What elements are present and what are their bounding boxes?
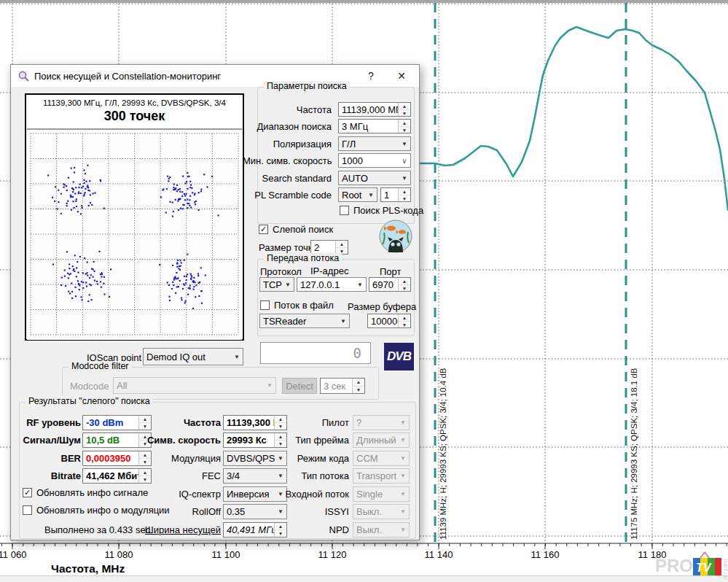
status-strip xyxy=(0,576,728,582)
modcode-group-label: Modcode filter xyxy=(69,361,132,371)
dot-size-value: 2 xyxy=(311,241,335,254)
spinner-buttons[interactable]: ▲▼ xyxy=(398,103,410,116)
issyi-value: Выкл. xyxy=(353,505,397,519)
frequency-value: 11139,000 МГц xyxy=(339,103,398,116)
chevron-down-icon: ▼ xyxy=(399,137,410,150)
protocol-label: Протокол xyxy=(260,266,302,277)
stream-to-file-checkbox[interactable]: Поток в файл xyxy=(260,300,334,311)
spinner-buttons[interactable]: ▲▼ xyxy=(398,188,410,201)
search-params-group-label: Параметры поиска xyxy=(264,81,350,91)
frequency-spinner[interactable]: 11139,000 МГц ▲▼ xyxy=(338,102,411,117)
logo-site-text: INET.UA xyxy=(722,559,728,579)
issyi-dropdown: Выкл. ▼ xyxy=(353,504,410,519)
polarization-label: Поляризация xyxy=(251,139,332,150)
pilot-label: Пилот xyxy=(259,417,349,428)
port-label: Порт xyxy=(380,266,401,277)
code-mode-label: Режим кода xyxy=(259,453,349,464)
dot-size-label: Размер точки xyxy=(259,242,318,253)
result-frequency-label: Частота xyxy=(133,417,221,428)
constellation-display: 11139,300 МГц, Г/Л, 29993 Кс, DVBS/QPSK,… xyxy=(25,93,244,341)
pls-search-checkbox[interactable]: Поиск PLS-кода xyxy=(340,205,423,216)
stream-type-dropdown: Transport ▼ xyxy=(353,468,410,484)
ber-label: BER xyxy=(15,453,81,464)
input-stream-dropdown: Single ▼ xyxy=(353,486,410,502)
spinner-buttons[interactable]: ▲▼ xyxy=(398,278,410,291)
search-range-label: Диапазон поиска xyxy=(251,121,332,132)
pls-search-label: Поиск PLS-кода xyxy=(353,205,423,216)
x-tick-label: 11 140 xyxy=(417,549,461,560)
constellation-points-count: 300 точек xyxy=(26,109,243,124)
x-tick-label: 11 120 xyxy=(310,549,354,560)
stream-group-label: Передача потока xyxy=(264,253,342,263)
blind-search-label: Слепой поиск xyxy=(273,224,333,235)
chevron-down-icon: ▼ xyxy=(399,171,410,185)
detect-interval-spinner: 3 сек ▲▼ xyxy=(320,378,365,394)
issyi-label: ISSYI xyxy=(259,506,349,517)
constellation-plot xyxy=(27,128,242,340)
chevron-down-icon: ▼ xyxy=(397,487,409,501)
chevron-down-icon: ▼ xyxy=(397,416,409,430)
input-stream-value: Single xyxy=(353,487,397,501)
polarization-value: Г/Л xyxy=(339,137,399,150)
npd-label: NPD xyxy=(259,524,349,535)
spinner-buttons[interactable]: ▲▼ xyxy=(398,120,410,133)
scan-counter-display: 0 xyxy=(260,342,371,364)
dialog-titlebar[interactable]: Поиск несущей и Constellation-мониторинг… xyxy=(11,65,419,87)
ip-dropdown[interactable]: 127.0.0.1 ▼ xyxy=(297,277,367,292)
detect-button: Detect xyxy=(282,378,317,394)
ber-value: 0,0003950 xyxy=(83,451,138,465)
ip-label: IP-адрес xyxy=(310,265,348,276)
pl-scramble-mode-dropdown[interactable]: Root ▼ xyxy=(338,187,377,202)
checkbox-box[interactable] xyxy=(260,300,270,310)
spinner-buttons[interactable]: ▲▼ xyxy=(335,241,348,254)
checkbox-box[interactable] xyxy=(23,505,32,515)
input-stream-label: Входной поток xyxy=(259,489,349,500)
frame-type-label: Тип фрейма xyxy=(259,435,349,446)
iqscan-dropdown[interactable]: Demod IQ out ▼ xyxy=(143,348,243,365)
close-button[interactable]: ✕ xyxy=(390,65,413,87)
carrier-marker-label-2: 11175 MHz; H; 29993 KS; QPSK; 3/4; 18.1 … xyxy=(630,368,638,540)
search-range-spinner[interactable]: 3 МГц ▲▼ xyxy=(338,119,411,133)
fish-aquarium-icon xyxy=(378,220,414,254)
dialog-title: Поиск несущей и Constellation-мониторинг xyxy=(34,71,221,82)
protocol-dropdown[interactable]: TCP ▼ xyxy=(259,277,294,292)
update-signal-label: Обновлять инфо сигнале xyxy=(36,487,148,498)
pl-scramble-code-spinner[interactable]: 1 ▲▼ xyxy=(380,187,411,202)
polarization-dropdown[interactable]: Г/Л ▼ xyxy=(338,136,411,151)
code-mode-dropdown: CCM ▼ xyxy=(353,451,410,466)
buffer-size-spinner[interactable]: 100000 ▲▼ xyxy=(367,314,411,328)
chevron-down-icon: ▼ xyxy=(231,349,243,365)
detect-interval-value: 3 сек xyxy=(321,379,352,393)
chevron-down-icon: ▼ xyxy=(397,469,409,483)
search-standard-label: Search standard xyxy=(251,173,332,184)
dot-size-spinner[interactable]: 2 ▲▼ xyxy=(310,240,348,255)
search-standard-dropdown[interactable]: AUTO ▼ xyxy=(338,171,411,185)
x-tick-label: 11 080 xyxy=(97,549,141,560)
checkbox-box[interactable] xyxy=(340,206,349,215)
update-modulation-checkbox[interactable]: Обновлять инфо о модуляции xyxy=(23,505,170,516)
min-symrate-combo[interactable]: 1000 ∨ xyxy=(338,153,411,168)
checkbox-box[interactable]: ✓ xyxy=(23,488,32,497)
npd-dropdown: Выкл. ▼ xyxy=(353,522,410,538)
logo-pro-text: PRO xyxy=(655,556,693,575)
spinner-buttons[interactable]: ▲▼ xyxy=(398,314,410,327)
port-value: 6970 xyxy=(369,278,398,291)
rf-level-value: -30 dBm xyxy=(83,416,138,430)
x-axis-title: Частота, MHz xyxy=(51,562,125,575)
rf-level-label: RF уровень xyxy=(15,417,81,428)
blind-search-checkbox[interactable]: ✓ Слепой поиск xyxy=(259,224,333,235)
stream-to-file-label: Поток в файл xyxy=(274,300,334,311)
pl-scramble-mode: Root xyxy=(339,188,365,201)
update-signal-checkbox[interactable]: ✓ Обновлять инфо сигнале xyxy=(23,487,148,498)
reader-dropdown[interactable]: TSReader ▼ xyxy=(259,314,350,328)
chevron-down-icon: ▼ xyxy=(397,433,409,447)
port-spinner[interactable]: 6970 ▲▼ xyxy=(369,277,411,292)
modcode-label: Modcode xyxy=(70,381,109,392)
pl-scramble-code: 1 xyxy=(381,188,398,201)
chevron-down-icon: ▼ xyxy=(397,505,409,519)
chevron-down-icon: ∨ xyxy=(399,154,410,167)
checkbox-box[interactable]: ✓ xyxy=(259,225,268,234)
elapsed-time-text: Выполнено за 0.433 sec xyxy=(44,524,150,535)
help-button[interactable]: ? xyxy=(359,65,383,87)
pilot-value: ? xyxy=(353,416,397,430)
